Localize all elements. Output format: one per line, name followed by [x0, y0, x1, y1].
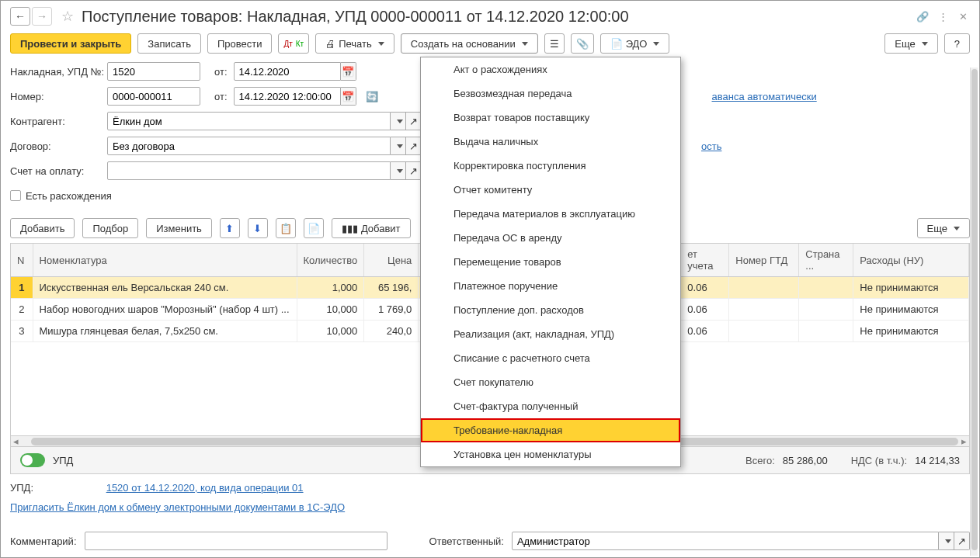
- arrow-down-icon: ⬇: [253, 223, 262, 234]
- menu-item[interactable]: Безвозмездная передача: [421, 81, 680, 106]
- menu-item[interactable]: Установка цен номенклатуры: [421, 442, 680, 466]
- menu-item[interactable]: Реализация (акт, накладная, УПД): [421, 322, 680, 346]
- col-account[interactable]: ет учета: [681, 244, 729, 277]
- ot-label: от:: [214, 66, 228, 78]
- chevron-down-icon: [922, 42, 928, 46]
- total-label: Всего:: [745, 455, 775, 466]
- col-expenses[interactable]: Расходы (НУ): [853, 244, 969, 277]
- add-item-button[interactable]: Добавить: [10, 218, 75, 238]
- vertical-scrollbar[interactable]: [970, 68, 978, 556]
- date-picker-button[interactable]: 📅: [341, 87, 356, 106]
- arrow-left-icon: ←: [15, 10, 26, 23]
- schet-input[interactable]: [107, 161, 391, 180]
- help-button[interactable]: ?: [944, 33, 970, 54]
- move-down-button[interactable]: ⬇: [248, 218, 268, 238]
- menu-item[interactable]: Списание с расчетного счета: [421, 346, 680, 370]
- favorite-star-icon[interactable]: ☆: [58, 7, 77, 26]
- comment-row: Комментарий: Ответственный: ↗: [1, 529, 979, 553]
- menu-item[interactable]: Выдача наличных: [421, 130, 680, 154]
- upd-link[interactable]: 1520 от 14.12.2020, код вида операции 01: [106, 482, 304, 494]
- nav-forward-button[interactable]: →: [32, 7, 52, 26]
- comment-input[interactable]: [85, 532, 387, 550]
- more-button[interactable]: Еще: [884, 33, 937, 54]
- scrollbar-thumb[interactable]: [971, 69, 978, 550]
- avans-link[interactable]: аванса автоматически: [712, 91, 817, 102]
- open-icon: ↗: [957, 535, 966, 547]
- write-button[interactable]: Записать: [137, 33, 201, 54]
- select-item-button[interactable]: Подбор: [82, 218, 138, 238]
- open-icon: ↗: [409, 116, 418, 127]
- menu-item[interactable]: Передача материалов в эксплуатацию: [421, 202, 680, 226]
- menu-item[interactable]: Требование-накладная: [421, 418, 680, 442]
- invite-edo-link[interactable]: Пригласить Ёлкин дом к обмену электронны…: [10, 501, 345, 513]
- open-ref-button[interactable]: ↗: [406, 161, 422, 180]
- dogovor-input[interactable]: [107, 137, 391, 155]
- post-button[interactable]: Провести: [207, 33, 273, 54]
- contragent-input[interactable]: [107, 112, 391, 130]
- chevron-down-icon: [653, 42, 659, 46]
- edo-icon: 📄: [610, 38, 623, 50]
- hierarchy-icon: ☰: [550, 38, 559, 50]
- menu-item[interactable]: Возврат товаров поставщику: [421, 106, 680, 130]
- discrepancies-checkbox[interactable]: [10, 190, 21, 201]
- dropdown-button[interactable]: [391, 161, 406, 180]
- dr-cr-button[interactable]: ДтКт: [278, 33, 309, 54]
- dog-link[interactable]: ость: [701, 140, 721, 152]
- col-gtd[interactable]: Номер ГТД: [729, 244, 799, 277]
- post-and-close-button[interactable]: Провести и закрыть: [10, 33, 131, 54]
- col-n[interactable]: N: [11, 244, 33, 277]
- dropdown-button[interactable]: [391, 112, 406, 130]
- paste-icon: 📄: [308, 223, 320, 234]
- nakl-date-input[interactable]: [234, 62, 341, 81]
- col-nomenclature[interactable]: Номенклатура: [33, 244, 297, 277]
- open-ref-button[interactable]: ↗: [406, 112, 422, 130]
- change-item-button[interactable]: Изменить: [146, 218, 212, 238]
- nakl-num-input[interactable]: [107, 62, 200, 81]
- chevron-down-icon: [522, 42, 528, 46]
- responsible-input[interactable]: [512, 532, 939, 550]
- edo-button[interactable]: 📄ЭДО: [600, 33, 670, 54]
- menu-item[interactable]: Платежное поручение: [421, 274, 680, 298]
- num-date-input[interactable]: [234, 87, 341, 106]
- col-qty[interactable]: Количество: [297, 244, 364, 277]
- barcode-icon: ▮▮▮: [342, 223, 358, 234]
- menu-item[interactable]: Счет-фактура полученный: [421, 394, 680, 418]
- nav-back-button[interactable]: ←: [10, 7, 30, 26]
- main-toolbar: Провести и закрыть Записать Провести ДтК…: [1, 29, 979, 58]
- menu-item[interactable]: Счет покупателю: [421, 370, 680, 394]
- menu-item[interactable]: Корректировка поступления: [421, 154, 680, 178]
- move-up-button[interactable]: ⬆: [220, 218, 240, 238]
- upd-toggle[interactable]: [20, 453, 45, 467]
- calendar-icon: 📅: [342, 66, 354, 78]
- menu-item[interactable]: Передача ОС в аренду: [421, 226, 680, 250]
- print-button[interactable]: 🖨Печать: [315, 33, 394, 54]
- paste-button[interactable]: 📄: [304, 218, 324, 238]
- close-icon[interactable]: ✕: [956, 9, 970, 23]
- open-icon: ↗: [409, 140, 418, 152]
- kebab-menu-icon[interactable]: ⋮: [936, 9, 950, 23]
- menu-item[interactable]: Отчет комитенту: [421, 178, 680, 202]
- attachments-button[interactable]: 📎: [571, 33, 594, 54]
- chevron-down-icon: [397, 120, 403, 123]
- relations-button[interactable]: ☰: [544, 33, 565, 54]
- create-based-on-button[interactable]: Создать на основании: [401, 33, 538, 54]
- menu-item[interactable]: Поступление доп. расходов: [421, 298, 680, 322]
- link-icon[interactable]: 🔗: [916, 9, 930, 23]
- open-ref-button[interactable]: ↗: [954, 532, 970, 550]
- total-value: 85 286,00: [783, 455, 828, 466]
- menu-item[interactable]: Акт о расхождениях: [421, 57, 680, 81]
- copy-button[interactable]: 📋: [276, 218, 296, 238]
- col-price[interactable]: Цена: [364, 244, 419, 277]
- date-picker-button[interactable]: 📅: [341, 62, 356, 81]
- add-barcode-button[interactable]: ▮▮▮Добавит: [332, 218, 411, 238]
- open-ref-button[interactable]: ↗: [406, 137, 422, 155]
- dropdown-button[interactable]: [939, 532, 954, 550]
- items-more-button[interactable]: Еще: [917, 218, 970, 238]
- col-country[interactable]: Страна ...: [799, 244, 853, 277]
- calendar-icon: 📅: [342, 91, 354, 102]
- refresh-icon[interactable]: 🔄: [366, 91, 378, 102]
- num-input[interactable]: [107, 87, 200, 106]
- dropdown-button[interactable]: [391, 137, 406, 155]
- menu-item[interactable]: Перемещение товаров: [421, 250, 680, 274]
- responsible-label: Ответственный:: [429, 535, 504, 547]
